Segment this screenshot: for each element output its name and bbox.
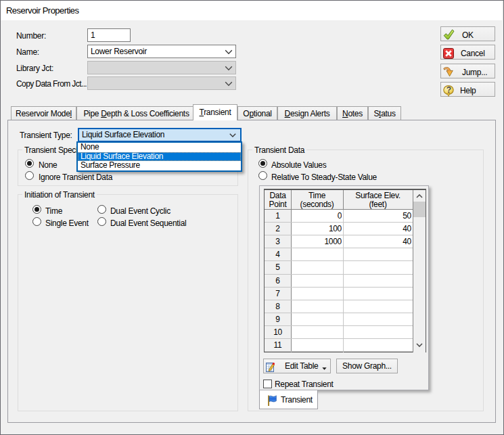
svg-text:?: ? <box>446 85 451 95</box>
